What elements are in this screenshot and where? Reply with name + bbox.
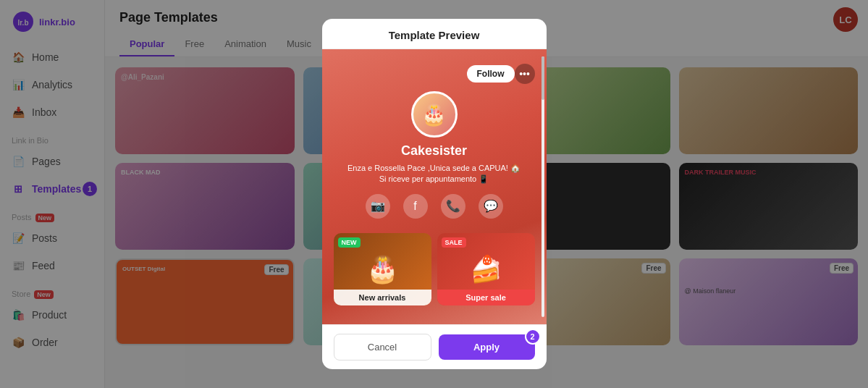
preview-avatar: 🎂 — [411, 91, 458, 138]
template-preview-modal: Template Preview Follow ••• 🎂 Cakesister… — [322, 19, 547, 369]
facebook-icon: f — [403, 194, 428, 219]
modal-title: Template Preview — [389, 29, 480, 41]
preview-card-new-arrivals: NEW 🎂 New arrivals — [334, 233, 431, 305]
sale-badge: SALE — [442, 237, 466, 248]
preview-description: Enza e Rossella Pace ,Unica sede a CAPUA… — [347, 163, 521, 185]
cancel-button[interactable]: Cancel — [334, 334, 431, 360]
apply-label: Apply — [473, 342, 500, 353]
modal-body: Follow ••• 🎂 Cakesister Enza e Rossella … — [322, 49, 547, 324]
follow-button[interactable]: Follow — [467, 65, 515, 83]
more-options-button[interactable]: ••• — [515, 64, 535, 84]
preview-card-super-sale: SALE 🍰 Super sale — [437, 233, 535, 305]
whatsapp-icon: 💬 — [479, 194, 503, 219]
preview-top-bar: Follow ••• — [334, 64, 535, 84]
modal-scrollbar-thumb — [542, 56, 544, 100]
modal-scrollbar — [542, 56, 544, 317]
super-sale-label: Super sale — [437, 290, 535, 305]
new-badge: NEW — [338, 237, 361, 248]
preview-username: Cakesister — [401, 143, 467, 159]
new-arrivals-label: New arrivals — [334, 290, 431, 305]
apply-badge: 2 — [525, 329, 541, 345]
preview-social-icons: 📷 f 📞 💬 — [366, 194, 503, 219]
instagram-icon: 📷 — [366, 194, 390, 219]
preview-cards-row: NEW 🎂 New arrivals SALE 🍰 Super sale — [334, 233, 535, 305]
modal-header: Template Preview — [322, 19, 547, 49]
apply-button[interactable]: Apply 2 — [439, 334, 535, 360]
modal-overlay: Template Preview Follow ••• 🎂 Cakesister… — [0, 0, 868, 388]
modal-footer: Cancel Apply 2 — [322, 324, 547, 369]
preview-content: Follow ••• 🎂 Cakesister Enza e Rossella … — [322, 49, 547, 324]
phone-icon: 📞 — [441, 194, 465, 219]
